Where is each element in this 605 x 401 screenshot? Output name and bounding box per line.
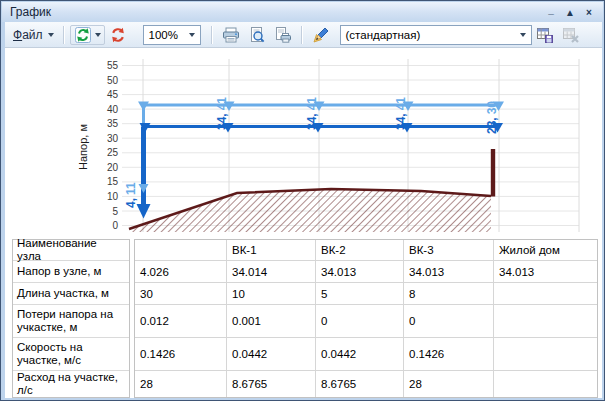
table-row: ВК-1 ВК-2 ВК-3 Жилой дом	[135, 240, 597, 261]
window-controls: _ ▲ ×	[543, 5, 597, 19]
table-cell: 28	[404, 371, 494, 397]
required-head-line	[144, 105, 499, 185]
zoom-combobox[interactable]: 100%	[143, 25, 201, 45]
save-template-button[interactable]	[532, 24, 558, 46]
client-area: Файл	[5, 22, 602, 398]
toolbar-separator	[211, 26, 213, 44]
y-tick-label: 20	[107, 162, 119, 173]
table-cell: 30	[135, 283, 227, 304]
table-cell: 8	[404, 283, 494, 304]
table-row: 0.1426 0.0442 0.0442 0.1426	[135, 338, 597, 371]
node-value-label: 34,41	[305, 97, 319, 130]
graph-window: График _ ▲ × Файл	[0, 0, 605, 401]
node-arrow	[139, 184, 149, 193]
node-value-label: 23,30	[485, 101, 499, 134]
table-cell	[494, 338, 597, 370]
y-tick-label: 15	[107, 176, 119, 187]
sync-icon	[74, 27, 92, 43]
minimize-button[interactable]: _	[543, 5, 559, 19]
file-menu-label: Файл	[13, 28, 43, 42]
table-cell	[494, 305, 597, 337]
row-label: Скорость на участке, м/с	[13, 338, 129, 371]
edit-style-icon	[312, 27, 330, 43]
window-title: График	[10, 5, 51, 19]
y-tick-label: 45	[107, 89, 119, 100]
page-setup-button[interactable]	[270, 24, 296, 46]
toolbar-separator	[301, 26, 303, 44]
table-row-labels: Наименование узла Напор в узле, м Длина …	[12, 239, 130, 398]
node-value-label: 34,41	[215, 97, 229, 130]
maximize-button[interactable]: ▲	[562, 5, 578, 19]
template-combobox[interactable]: (стандартная)	[340, 25, 532, 45]
edit-style-button[interactable]	[308, 24, 334, 46]
piezometric-chart: 55 50 45 40 35 30 25 20 15 10 5 0 Напор,…	[5, 48, 602, 239]
row-label: Наименование узла	[13, 240, 129, 261]
row-label: Длина участка, м	[13, 283, 129, 305]
print-preview-button[interactable]	[244, 24, 270, 46]
data-table: ВК-1 ВК-2 ВК-3 Жилой дом 4.026 34.014 34…	[134, 239, 598, 398]
y-tick-label: 35	[107, 118, 119, 129]
table-cell: 4.026	[135, 261, 227, 282]
table-cell: 0	[404, 305, 494, 337]
y-tick-label: 25	[107, 147, 119, 158]
page-setup-icon	[274, 27, 292, 43]
table-cell: 34.013	[316, 261, 404, 282]
print-icon	[222, 27, 240, 43]
template-value: (стандартная)	[346, 29, 421, 41]
delete-template-icon	[562, 27, 580, 43]
dropdown-arrow-icon	[520, 33, 526, 37]
table-cell: 0.0442	[227, 338, 316, 370]
table-cell: 0.0442	[316, 338, 404, 370]
table-cell: 0.012	[135, 305, 227, 337]
y-axis: 55 50 45 40 35 30 25 20 15 10 5 0 Напор,…	[77, 60, 118, 231]
table-cell	[494, 371, 597, 397]
table-cell: 34.013	[494, 261, 597, 282]
table-cell: 10	[227, 283, 316, 304]
row-label: Расход на участке, л/с	[13, 371, 129, 397]
table-cell: ВК-1	[227, 240, 316, 260]
print-preview-icon	[248, 27, 266, 43]
table-cell: 0.001	[227, 305, 316, 337]
table-cell: 8.6765	[227, 371, 316, 397]
row-label: Потери напора на учкастке, м	[13, 305, 129, 338]
refresh-button[interactable]	[105, 24, 131, 46]
y-tick-label: 30	[107, 133, 119, 144]
print-button[interactable]	[218, 24, 244, 46]
table-cell	[494, 283, 597, 304]
table-cell: 8.6765	[316, 371, 404, 397]
table-row: 30 10 5 8	[135, 283, 597, 305]
terrain-profile	[129, 149, 495, 232]
node-value-label: 34,41	[394, 97, 408, 130]
required-head-arrows	[138, 102, 504, 194]
y-tick-label: 0	[112, 220, 118, 231]
dropdown-arrow-icon	[48, 33, 54, 37]
sync-button[interactable]	[70, 25, 105, 45]
y-axis-title: Напор, м	[77, 124, 89, 170]
table-cell	[135, 240, 227, 260]
table-cell: 34.013	[404, 261, 494, 282]
y-tick-label: 5	[112, 206, 118, 217]
table-row: 0.012 0.001 0 0	[135, 305, 597, 338]
building-bar	[491, 149, 495, 197]
close-button[interactable]: ×	[581, 5, 597, 19]
table-cell: 34.014	[227, 261, 316, 282]
toolbar-separator	[63, 26, 65, 44]
dropdown-arrow-icon	[95, 33, 101, 37]
table-cell: 0	[316, 305, 404, 337]
y-tick-label: 40	[107, 104, 119, 115]
table-row: 4.026 34.014 34.013 34.013 34.013	[135, 261, 597, 283]
y-tick-label: 10	[107, 191, 119, 202]
table-cell: 28	[135, 371, 227, 397]
dropdown-arrow-icon	[189, 33, 195, 37]
table-cell: 0.1426	[404, 338, 494, 370]
file-menu-button[interactable]: Файл	[9, 24, 58, 46]
y-tick-label: 50	[107, 75, 119, 86]
table-cell: Жилой дом	[494, 240, 597, 260]
table-cell: ВК-2	[316, 240, 404, 260]
toolbar: Файл	[5, 22, 602, 48]
titlebar[interactable]: График _ ▲ ×	[2, 2, 603, 22]
refresh-icon	[109, 27, 127, 43]
table-row: 28 8.6765 8.6765 28	[135, 371, 597, 397]
table-cell: 0.1426	[135, 338, 227, 370]
y-tick-label: 55	[107, 60, 119, 71]
